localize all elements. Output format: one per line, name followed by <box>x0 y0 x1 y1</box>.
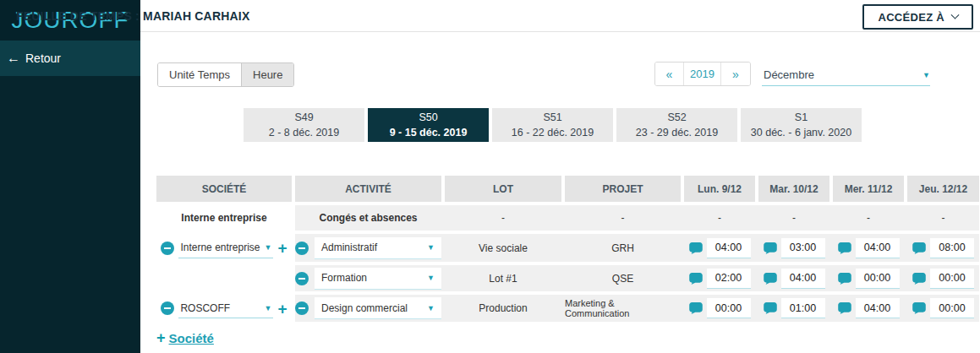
column-header-day-wed: Mer. 11/12 <box>833 176 904 202</box>
week-tab-s1[interactable]: S1 30 déc. - 6 janv. 2020 <box>741 108 862 142</box>
timesheet-table: SOCIÉTÉ ACTIVITÉ LOT PROJET Lun. 9/12 Ma… <box>156 176 979 322</box>
time-input[interactable] <box>856 238 900 258</box>
remove-activity-icon[interactable] <box>295 242 309 255</box>
comment-bubble-icon[interactable] <box>838 302 851 314</box>
topbar <box>140 0 980 32</box>
time-input[interactable] <box>781 238 825 258</box>
table-row-absences: Interne entreprise Congés et absences - … <box>156 205 979 231</box>
week-code: S51 <box>543 110 561 125</box>
column-header-projet: PROJET <box>565 176 681 202</box>
week-code: S1 <box>795 110 808 125</box>
table-row: Formation ▼ Lot #1 QSE <box>156 265 979 291</box>
comment-bubble-icon[interactable] <box>764 242 777 254</box>
add-activity-icon[interactable]: + <box>277 301 287 317</box>
unit-toggle: Unité Temps Heure <box>157 62 294 87</box>
time-input[interactable] <box>781 298 825 318</box>
company-select-value: Interne entreprise <box>180 242 260 253</box>
time-input[interactable] <box>707 238 751 258</box>
absence-activity-label: Congés et absences <box>295 212 441 224</box>
week-range: 16 - 22 déc. 2019 <box>512 125 594 140</box>
time-input[interactable] <box>930 269 974 289</box>
comment-bubble-icon[interactable] <box>912 242 926 254</box>
comment-bubble-icon[interactable] <box>689 273 703 285</box>
time-input[interactable] <box>707 298 751 318</box>
activity-select[interactable]: Formation ▼ <box>315 268 441 290</box>
comment-bubble-icon[interactable] <box>838 273 851 285</box>
week-tab-s51[interactable]: S51 16 - 22 déc. 2019 <box>492 108 613 142</box>
next-year-button[interactable]: » <box>721 62 750 85</box>
back-label: Retour <box>25 52 61 65</box>
prev-year-button[interactable]: « <box>655 62 684 85</box>
remove-company-icon[interactable] <box>161 242 174 255</box>
time-input[interactable] <box>930 238 974 258</box>
week-range: 9 - 15 déc. 2019 <box>390 125 468 140</box>
year-value[interactable]: 2019 <box>684 62 721 85</box>
week-range: 23 - 29 déc. 2019 <box>636 125 718 140</box>
dropdown-arrow-icon: ▼ <box>427 243 435 252</box>
comment-bubble-icon[interactable] <box>689 242 703 254</box>
week-tab-s52[interactable]: S52 23 - 29 déc. 2019 <box>616 108 737 142</box>
column-header-day-tue: Mar. 10/12 <box>758 176 829 202</box>
absence-day-value: - <box>684 212 755 224</box>
comment-bubble-icon[interactable] <box>912 273 926 285</box>
comment-bubble-icon[interactable] <box>764 302 777 314</box>
company-select[interactable]: Interne entreprise ▼ <box>178 238 273 258</box>
dropdown-arrow-icon: ▼ <box>923 71 930 79</box>
add-activity-icon[interactable]: + <box>277 240 287 256</box>
project-value: Marketing & Communication <box>565 298 681 318</box>
comment-bubble-icon[interactable] <box>912 302 926 314</box>
page-title: FEUILLE DE TEMPS : MARIAH CARHAIX <box>16 9 250 23</box>
table-row: ROSCOFF ▼ + Design commercial ▼ Producti… <box>156 295 979 322</box>
week-range: 30 déc. - 6 janv. 2020 <box>751 125 851 140</box>
remove-activity-icon[interactable] <box>295 272 309 285</box>
week-code: S52 <box>667 110 686 125</box>
absence-project: - <box>565 212 681 224</box>
company-select[interactable]: ROSCOFF ▼ <box>178 298 273 318</box>
comment-bubble-icon[interactable] <box>764 273 777 285</box>
time-input[interactable] <box>781 269 825 289</box>
chevron-down-icon <box>951 10 960 19</box>
dropdown-arrow-icon: ▼ <box>427 304 435 312</box>
column-header-lot: LOT <box>445 176 561 202</box>
absence-day-value: - <box>833 212 904 224</box>
dropdown-arrow-icon: ▼ <box>427 274 435 282</box>
week-code: S49 <box>294 110 313 125</box>
week-tab-s50-selected[interactable]: S50 9 - 15 déc. 2019 <box>368 108 489 142</box>
remove-activity-icon[interactable] <box>295 301 309 315</box>
unit-toggle-value-heure[interactable]: Heure <box>241 63 293 86</box>
activity-select-value: Administratif <box>321 242 377 253</box>
column-header-societe: SOCIÉTÉ <box>156 176 292 202</box>
activity-select[interactable]: Administratif ▼ <box>315 237 441 259</box>
project-value: QSE <box>565 273 681 285</box>
back-button[interactable]: ← Retour <box>0 41 140 76</box>
column-header-day-mon: Lun. 9/12 <box>684 176 755 202</box>
project-value: GRH <box>565 242 681 254</box>
plus-icon: + <box>156 329 166 347</box>
access-menu-button[interactable]: ACCÉDEZ À <box>862 4 973 30</box>
time-input[interactable] <box>856 269 900 289</box>
activity-select-value: Design commercial <box>321 302 408 314</box>
activity-select[interactable]: Design commercial ▼ <box>315 297 441 319</box>
week-tabs: S49 2 - 8 déc. 2019 S50 9 - 15 déc. 2019… <box>244 108 862 142</box>
add-company-button[interactable]: + Société <box>156 329 214 347</box>
column-header-activite: ACTIVITÉ <box>295 176 441 202</box>
comment-bubble-icon[interactable] <box>689 302 703 314</box>
dropdown-arrow-icon: ▼ <box>265 243 272 252</box>
month-select-value: Décembre <box>762 68 814 81</box>
left-arrow-icon: ← <box>7 51 20 66</box>
table-row: Interne entreprise ▼ + Administratif ▼ V… <box>156 234 979 262</box>
month-select[interactable]: Décembre ▼ <box>762 64 930 86</box>
year-navigation: « 2019 » <box>654 62 751 86</box>
sidebar: JOUROFF ← Retour <box>0 0 140 353</box>
time-input[interactable] <box>856 298 900 318</box>
column-header-day-thu: Jeu. 12/12 <box>907 176 979 202</box>
absence-day-value: - <box>907 212 979 224</box>
comment-bubble-icon[interactable] <box>838 242 851 254</box>
dropdown-arrow-icon: ▼ <box>265 304 272 312</box>
time-input[interactable] <box>707 269 751 289</box>
remove-company-icon[interactable] <box>161 301 174 315</box>
time-input[interactable] <box>930 298 974 318</box>
week-tab-s49[interactable]: S49 2 - 8 déc. 2019 <box>244 108 364 142</box>
lot-value: Lot #1 <box>445 273 561 285</box>
unit-toggle-label[interactable]: Unité Temps <box>158 63 241 86</box>
